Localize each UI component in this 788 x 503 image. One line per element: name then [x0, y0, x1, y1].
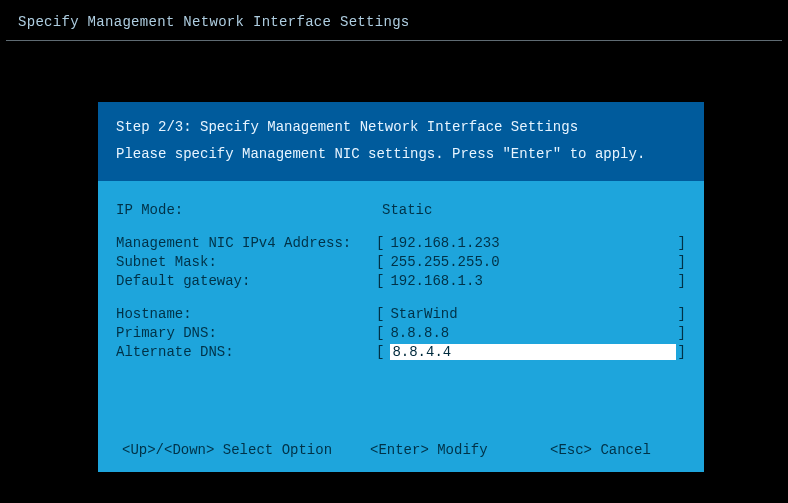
value-ipv4: 192.168.1.233	[384, 234, 677, 253]
row-alt-dns[interactable]: Alternate DNS: [ ]	[116, 343, 686, 362]
bracket-close-icon: ]	[678, 234, 686, 253]
bracket-close-icon: ]	[678, 253, 686, 272]
divider	[6, 40, 782, 41]
config-panel: Step 2/3: Specify Management Network Int…	[98, 102, 704, 472]
row-subnet[interactable]: Subnet Mask: [ 255.255.255.0 ]	[116, 253, 686, 272]
value-gateway: 192.168.1.3	[384, 272, 677, 291]
label-primary-dns: Primary DNS:	[116, 324, 376, 343]
step-line: Step 2/3: Specify Management Network Int…	[116, 114, 686, 141]
label-subnet: Subnet Mask:	[116, 253, 376, 272]
bracket-close-icon: ]	[678, 343, 686, 362]
hint-modify: <Enter> Modify	[370, 442, 550, 458]
bracket-open-icon: [	[376, 324, 384, 343]
value-subnet: 255.255.255.0	[384, 253, 677, 272]
row-gateway[interactable]: Default gateway: [ 192.168.1.3 ]	[116, 272, 686, 291]
label-ip-mode: IP Mode:	[116, 201, 376, 220]
bracket-close-icon: ]	[678, 305, 686, 324]
row-ip-mode[interactable]: IP Mode: Static	[116, 201, 686, 220]
bracket-open-icon: [	[376, 272, 384, 291]
panel-header: Step 2/3: Specify Management Network Int…	[98, 102, 704, 181]
alt-dns-input[interactable]	[390, 344, 675, 360]
panel-body: IP Mode: Static Management NIC IPv4 Addr…	[98, 181, 704, 432]
bracket-open-icon: [	[376, 234, 384, 253]
row-ipv4[interactable]: Management NIC IPv4 Address: [ 192.168.1…	[116, 234, 686, 253]
row-hostname[interactable]: Hostname: [ StarWind ]	[116, 305, 686, 324]
row-primary-dns[interactable]: Primary DNS: [ 8.8.8.8 ]	[116, 324, 686, 343]
label-alt-dns: Alternate DNS:	[116, 343, 376, 362]
label-hostname: Hostname:	[116, 305, 376, 324]
hint-select: <Up>/<Down> Select Option	[122, 442, 370, 458]
bracket-open-icon: [	[376, 343, 384, 362]
value-hostname: StarWind	[384, 305, 677, 324]
bracket-open-icon: [	[376, 253, 384, 272]
instruction-line: Please specify Management NIC settings. …	[116, 141, 686, 168]
value-ip-mode: Static	[376, 201, 686, 220]
page-title: Specify Management Network Interface Set…	[0, 0, 788, 40]
label-gateway: Default gateway:	[116, 272, 376, 291]
bracket-close-icon: ]	[678, 272, 686, 291]
bracket-close-icon: ]	[678, 324, 686, 343]
bracket-open-icon: [	[376, 305, 384, 324]
value-primary-dns: 8.8.8.8	[384, 324, 677, 343]
panel-footer: <Up>/<Down> Select Option <Enter> Modify…	[98, 432, 704, 472]
hint-cancel: <Esc> Cancel	[550, 442, 680, 458]
label-ipv4: Management NIC IPv4 Address:	[116, 234, 376, 253]
